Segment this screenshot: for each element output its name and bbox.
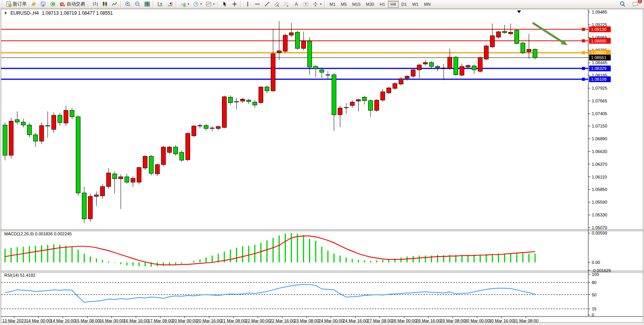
candle-body bbox=[167, 147, 172, 152]
date-label: 28 Mar 00:00 bbox=[391, 318, 417, 322]
candle-body bbox=[387, 88, 391, 93]
text-button[interactable]: A bbox=[291, 0, 301, 8]
line-endpoint-marker bbox=[582, 67, 585, 70]
line-chart-button[interactable] bbox=[110, 0, 120, 8]
cursor-button[interactable] bbox=[220, 0, 230, 8]
candle-body bbox=[478, 58, 482, 71]
timeframe-m15-button[interactable]: M15 bbox=[350, 1, 363, 8]
trendline-button[interactable] bbox=[262, 0, 272, 8]
chart-shift-button-icon bbox=[167, 1, 173, 7]
templates-dropdown[interactable]: ▾ bbox=[204, 0, 217, 8]
date-label: 13 Mar 2023 bbox=[2, 318, 26, 322]
price-tick-1.06110: 1.06110 bbox=[592, 175, 607, 179]
price-label-1.08551: 1.08551 bbox=[591, 55, 606, 60]
periods-dropdown-icon bbox=[193, 1, 199, 7]
signals-button[interactable] bbox=[48, 0, 58, 8]
svg-text:E: E bbox=[277, 5, 279, 7]
timeframe-mn-button[interactable]: MN bbox=[421, 1, 433, 8]
line-chart-button-icon bbox=[112, 1, 118, 7]
chart-canvas[interactable]: 1.094851.092251.089651.087051.084451.081… bbox=[1, 9, 643, 322]
candle-body bbox=[314, 66, 318, 69]
date-label: 17 Mar 08:00 bbox=[148, 318, 173, 322]
timeframe-m30-button[interactable]: M30 bbox=[363, 1, 377, 8]
toolbar-separator bbox=[153, 1, 155, 7]
toolbar-grip[interactable] bbox=[2, 1, 3, 7]
zoom-in-button[interactable] bbox=[123, 0, 133, 8]
candlestick-chart-button[interactable] bbox=[100, 0, 110, 8]
candle-body bbox=[405, 76, 409, 78]
cursor-button-icon bbox=[222, 1, 228, 7]
timeframe-m1-button[interactable]: M1 bbox=[327, 1, 338, 8]
candle-body bbox=[283, 35, 287, 51]
crosshair-button[interactable] bbox=[230, 0, 239, 8]
autotrading-button-icon bbox=[60, 1, 65, 7]
periods-dropdown[interactable]: ▾ bbox=[191, 0, 204, 8]
vertical-line-button[interactable] bbox=[243, 0, 253, 8]
autotrading-button[interactable]: 自动交易 bbox=[58, 0, 87, 8]
date-label: 29 Mar 08:00 bbox=[440, 318, 465, 322]
price-tick-1.07665: 1.07665 bbox=[592, 99, 607, 103]
search-button[interactable] bbox=[618, 0, 627, 8]
candle-body bbox=[490, 36, 495, 47]
date-label: 22 Mar 16:00 bbox=[270, 318, 295, 322]
date-label: 30 Mar 00:00 bbox=[465, 318, 490, 322]
fibonacci-button[interactable]: F bbox=[282, 0, 291, 8]
price-tick-1.09485: 1.09485 bbox=[592, 10, 607, 14]
timeframe-w1-button[interactable]: W1 bbox=[410, 1, 422, 8]
price-tick-1.07925: 1.07925 bbox=[592, 86, 607, 90]
market-watch-button-icon bbox=[31, 1, 36, 7]
price-tick-1.06890: 1.06890 bbox=[592, 136, 607, 141]
candle-body bbox=[186, 133, 190, 160]
tile-windows-button[interactable] bbox=[142, 0, 152, 8]
macd-rsi-separator bbox=[1, 271, 643, 272]
candle-body bbox=[411, 70, 415, 76]
zoom-out-button[interactable] bbox=[133, 0, 142, 8]
notification-badge: 1 bbox=[637, 0, 642, 4]
candle-body bbox=[64, 111, 68, 123]
timeframe-m5-button[interactable]: M5 bbox=[338, 1, 349, 8]
timeframe-h4-button[interactable]: H4 bbox=[388, 1, 399, 8]
macd-tick-0.00599: 0.00599 bbox=[592, 231, 607, 235]
indicators-dropdown[interactable]: ▾ bbox=[178, 0, 191, 8]
equidistant-channel-button-icon: E bbox=[274, 1, 280, 7]
auto-scroll-button[interactable] bbox=[155, 0, 165, 8]
timeframe-h1-button[interactable]: H1 bbox=[377, 1, 388, 8]
new-order-button[interactable]: 新订单 bbox=[4, 0, 29, 8]
line-endpoint-marker bbox=[582, 39, 585, 42]
candle-body bbox=[533, 49, 537, 58]
new-order-button-icon bbox=[6, 1, 12, 7]
bar-chart-button[interactable] bbox=[91, 0, 100, 8]
date-label: 15 Mar 08:00 bbox=[75, 318, 100, 322]
candle-body bbox=[58, 115, 62, 123]
notifications-button[interactable]: 1 bbox=[630, 0, 640, 8]
candle-body bbox=[454, 57, 458, 75]
toolbar-separator bbox=[324, 1, 326, 7]
arrows-dropdown[interactable]: ▾ bbox=[311, 0, 323, 8]
candle-body bbox=[472, 66, 476, 70]
candle-body bbox=[9, 121, 13, 155]
chart-shift-button[interactable] bbox=[165, 0, 175, 8]
equidistant-channel-button[interactable]: E bbox=[272, 0, 282, 8]
text-label-button[interactable]: T bbox=[301, 0, 311, 8]
zoom-out-button-icon bbox=[135, 1, 140, 7]
dropdown-arrow-icon: ▾ bbox=[200, 2, 202, 6]
dropdown-arrow-icon: ▾ bbox=[213, 2, 215, 6]
candle-body bbox=[399, 79, 403, 84]
price-label-1.08329: 1.08329 bbox=[591, 66, 606, 71]
data-window-button[interactable] bbox=[38, 0, 48, 8]
horizontal-line-button[interactable] bbox=[253, 0, 262, 8]
candle-body bbox=[356, 100, 360, 101]
price-label-1.08651: 1.08651 bbox=[591, 50, 606, 55]
candle-body bbox=[374, 100, 379, 111]
candle-body bbox=[338, 108, 342, 115]
date-label: 22 Mar 00:00 bbox=[245, 318, 270, 322]
trendline-button-icon bbox=[264, 1, 270, 7]
date-label: 16 Mar 00:00 bbox=[99, 318, 124, 322]
timeframe-d1-button[interactable]: D1 bbox=[399, 1, 410, 8]
candle-body bbox=[155, 165, 159, 174]
date-label: 28 Mar 16:00 bbox=[416, 318, 441, 322]
candle-body bbox=[369, 100, 373, 110]
market-watch-button[interactable] bbox=[29, 0, 38, 8]
price-tick-1.06630: 1.06630 bbox=[592, 149, 607, 154]
candle-body bbox=[101, 187, 105, 196]
